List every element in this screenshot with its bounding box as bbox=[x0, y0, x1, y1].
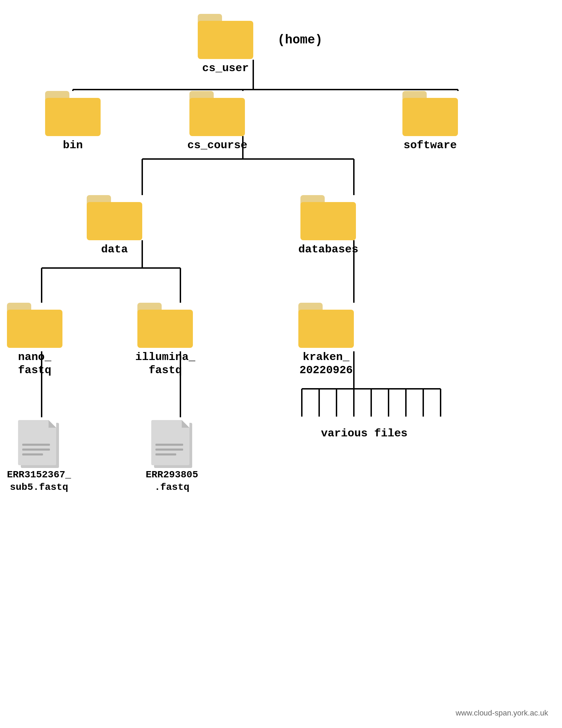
folder-icon-nano-fastq bbox=[7, 303, 62, 348]
diagram-container: cs_user (home) bin cs_course software da… bbox=[0, 0, 562, 728]
folder-illumina-fastq: illumina_fastq bbox=[135, 303, 195, 377]
file-err293805: ERR293805.fastq bbox=[146, 417, 198, 494]
folder-icon-kraken bbox=[298, 303, 354, 348]
folder-cs-course: cs_course bbox=[187, 91, 247, 152]
folder-icon-databases bbox=[300, 195, 356, 240]
file-icon-err293805 bbox=[151, 417, 193, 465]
home-label: (home) bbox=[278, 33, 323, 47]
folder-software: software bbox=[402, 91, 458, 152]
folder-icon-data bbox=[87, 195, 142, 240]
folder-icon-bin bbox=[45, 91, 101, 136]
folder-label-data: data bbox=[101, 243, 128, 256]
folder-cs-user: cs_user bbox=[198, 14, 253, 75]
folder-nano-fastq: nano_fastq bbox=[7, 303, 62, 377]
file-label-err3152367: ERR3152367_sub5.fastq bbox=[7, 469, 71, 494]
footer-url: www.cloud-span.york.ac.uk bbox=[455, 709, 548, 718]
folder-icon-software bbox=[402, 91, 458, 136]
folder-label-nano-fastq: nano_fastq bbox=[18, 351, 51, 377]
folder-label-databases: databases bbox=[298, 243, 358, 256]
file-err3152367: ERR3152367_sub5.fastq bbox=[7, 417, 71, 494]
folder-bin: bin bbox=[45, 91, 101, 152]
various-files-label: various files bbox=[288, 427, 441, 440]
folder-label-software: software bbox=[403, 139, 457, 152]
file-label-err293805: ERR293805.fastq bbox=[146, 469, 198, 494]
folder-label-bin: bin bbox=[63, 139, 83, 152]
folder-icon-cs-course bbox=[189, 91, 245, 136]
folder-label-cs-course: cs_course bbox=[187, 139, 247, 152]
file-icon-err3152367 bbox=[18, 417, 60, 465]
folder-label-illumina-fastq: illumina_fastq bbox=[135, 351, 195, 377]
folder-icon-illumina-fastq bbox=[137, 303, 193, 348]
folder-data: data bbox=[87, 195, 142, 256]
folder-label-kraken: kraken_20220926 bbox=[299, 351, 353, 377]
folder-label-cs-user: cs_user bbox=[202, 62, 249, 75]
folder-icon-cs-user bbox=[198, 14, 253, 59]
folder-databases: databases bbox=[298, 195, 358, 256]
folder-kraken: kraken_20220926 bbox=[298, 303, 354, 377]
